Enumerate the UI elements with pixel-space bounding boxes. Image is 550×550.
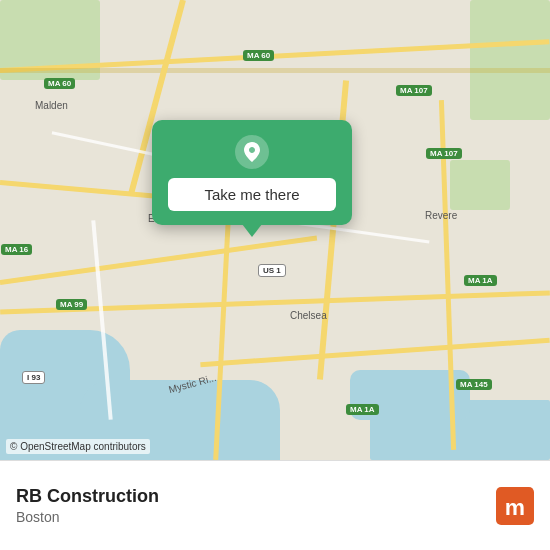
label-malden: Malden (35, 100, 68, 111)
badge-ma99: MA 99 (56, 299, 87, 310)
label-revere: Revere (425, 210, 457, 221)
badge-ma145: MA 145 (456, 379, 492, 390)
app: Malden Evere Revere Chelsea Mystic Ri...… (0, 0, 550, 550)
moovit-logo: m (496, 487, 534, 525)
place-info: RB Construction Boston (16, 486, 496, 525)
badge-ma107-2: MA 107 (426, 148, 462, 159)
take-me-there-button[interactable]: Take me there (168, 178, 336, 211)
badge-ma60-1: MA 60 (243, 50, 274, 61)
badge-ma1a-2: MA 1A (346, 404, 379, 415)
bottom-bar: RB Construction Boston m (0, 460, 550, 550)
badge-us1: US 1 (258, 264, 286, 277)
map-attribution: © OpenStreetMap contributors (6, 439, 150, 454)
location-pin-icon (234, 134, 270, 170)
badge-ma60-2: MA 60 (44, 78, 75, 89)
label-chelsea: Chelsea (290, 310, 327, 321)
tooltip-card: Take me there (152, 120, 352, 225)
badge-i93: I 93 (22, 371, 45, 384)
badge-ma16: MA 16 (1, 244, 32, 255)
moovit-logo-icon: m (496, 487, 534, 525)
place-city: Boston (16, 509, 496, 525)
road-ma60-outline (0, 68, 550, 73)
svg-point-0 (235, 135, 269, 169)
green-top-right (470, 0, 550, 120)
map-container[interactable]: Malden Evere Revere Chelsea Mystic Ri...… (0, 0, 550, 460)
badge-ma107-1: MA 107 (396, 85, 432, 96)
place-name: RB Construction (16, 486, 496, 507)
badge-ma1a-1: MA 1A (464, 275, 497, 286)
svg-text:m: m (505, 493, 525, 519)
green-mid-right (450, 160, 510, 210)
